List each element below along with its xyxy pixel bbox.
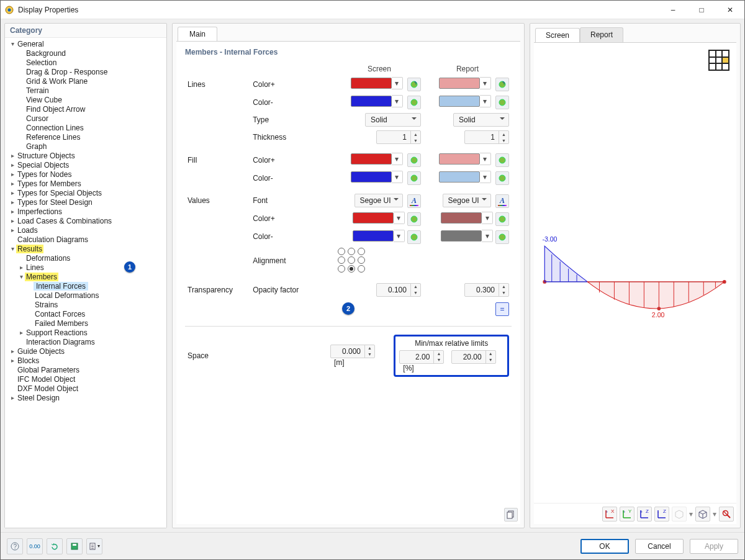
tree-item[interactable]: Graph — [15, 142, 165, 151]
tree-twisty-icon[interactable]: ▾ — [9, 245, 16, 252]
tree-item[interactable]: Connection Lines — [15, 123, 165, 132]
tree-item[interactable]: Drag & Drop - Response — [15, 67, 165, 76]
fill-cm-report-more-icon[interactable] — [495, 171, 509, 185]
sync-columns-button[interactable]: = — [495, 302, 509, 316]
values-cp-screen-more-icon[interactable] — [407, 212, 421, 226]
values-cm-screen[interactable]: ▾ — [353, 230, 405, 242]
tree-item[interactable]: ▸Special Objects — [6, 160, 165, 169]
reset-icon[interactable] — [47, 538, 63, 554]
tree-item[interactable]: Contact Forces — [24, 309, 165, 318]
limit-max[interactable]: 20.00▲▼ — [451, 350, 496, 364]
tree-twisty-icon[interactable]: ▸ — [9, 394, 16, 401]
tree-item[interactable]: IFC Model Object — [6, 374, 165, 384]
lines-cp-screen-more-icon[interactable] — [407, 78, 421, 91]
font-style-screen-icon[interactable]: A — [407, 194, 421, 208]
tree-item[interactable]: Calculation Diagrams — [6, 235, 165, 244]
tree-item[interactable]: Interaction Diagrams — [15, 337, 165, 346]
reset-zoom-icon[interactable] — [719, 507, 734, 522]
fill-cp-screen-more-icon[interactable] — [407, 153, 421, 167]
tree-item[interactable]: ▸Load Cases & Combinations — [6, 216, 165, 225]
tree-twisty-icon[interactable]: ▸ — [9, 227, 16, 233]
space-value[interactable]: 0.000▲▼ — [330, 345, 375, 358]
lines-thickness-report[interactable]: 1▲▼ — [464, 130, 509, 144]
tree-item[interactable]: ▸Loads — [6, 225, 165, 235]
tree-item[interactable]: Global Parameters — [6, 365, 165, 374]
lines-color-minus-report[interactable]: ▾ — [439, 95, 491, 107]
fill-cp-report-more-icon[interactable] — [495, 153, 509, 167]
values-cm-report-more-icon[interactable] — [495, 230, 509, 244]
tree-twisty-icon[interactable]: ▸ — [9, 152, 16, 159]
tree-item[interactable]: Grid & Work Plane — [15, 76, 165, 86]
font-style-report-icon[interactable]: A — [495, 194, 509, 208]
fill-color-minus-report[interactable]: ▾ — [439, 171, 491, 183]
tree-item[interactable]: ▾Results — [6, 244, 165, 253]
opacity-report[interactable]: 0.300▲▼ — [464, 283, 509, 297]
tree-twisty-icon[interactable]: ▸ — [9, 348, 16, 355]
tree-twisty-icon[interactable]: ▸ — [17, 329, 25, 336]
tree-item[interactable]: Strains — [24, 300, 165, 309]
help-icon[interactable]: ? — [7, 538, 23, 554]
tree-item[interactable]: DXF Model Object — [6, 384, 165, 393]
maximize-button[interactable]: □ — [687, 1, 716, 19]
view-plus-y-icon[interactable]: +Y — [620, 507, 634, 522]
values-cp-screen[interactable]: ▾ — [353, 212, 405, 224]
tree-item[interactable]: Failed Members — [24, 318, 165, 328]
wireframe-view-icon[interactable] — [695, 507, 710, 522]
fill-cm-screen-more-icon[interactable] — [407, 171, 421, 185]
minimize-button[interactable]: – — [659, 1, 687, 19]
tree-twisty-icon[interactable]: ▾ — [9, 40, 16, 47]
lines-thickness-screen[interactable]: 1▲▼ — [376, 130, 421, 144]
tree-item[interactable]: Selection — [15, 58, 165, 67]
fill-color-plus-screen[interactable]: ▾ — [351, 153, 403, 165]
fill-color-plus-report[interactable]: ▾ — [439, 153, 491, 165]
opacity-screen[interactable]: 0.100▲▼ — [376, 283, 421, 297]
lines-cm-report-more-icon[interactable] — [495, 96, 509, 109]
tree-item[interactable]: Terrain — [15, 86, 165, 95]
values-cm-screen-more-icon[interactable] — [407, 230, 421, 244]
tree-item[interactable]: Find Object Arrow — [15, 104, 165, 114]
values-cm-report[interactable]: ▾ — [441, 230, 493, 242]
close-button[interactable]: ✕ — [716, 1, 744, 19]
view-minus-z-icon[interactable]: -Z — [654, 507, 669, 522]
copy-settings-icon[interactable] — [504, 508, 518, 522]
tree-twisty-icon[interactable]: ▸ — [9, 180, 16, 187]
tree-twisty-icon[interactable]: ▸ — [9, 161, 16, 168]
tree-item[interactable]: Local Deformations — [24, 291, 165, 300]
tree-item[interactable]: Background — [15, 48, 165, 58]
tree-item[interactable]: ▸Imperfections — [6, 207, 165, 216]
tree-twisty-icon[interactable]: ▸ — [9, 357, 16, 364]
category-tree[interactable]: ▾GeneralBackgroundSelectionDrag & Drop -… — [5, 38, 166, 528]
tree-item[interactable]: ▸Guide Objects — [6, 346, 165, 356]
lines-type-screen[interactable]: Solid — [365, 113, 421, 127]
tree-twisty-icon[interactable]: ▸ — [9, 199, 16, 205]
lines-cp-report-more-icon[interactable] — [495, 78, 509, 91]
lines-color-minus-screen[interactable]: ▾ — [351, 95, 403, 107]
values-font-screen[interactable]: Segoe UI — [354, 194, 403, 207]
export-list-icon[interactable]: ▾ — [86, 538, 102, 554]
tree-item[interactable]: Deformations — [15, 253, 165, 263]
tree-item[interactable]: ▸Support Reactions — [15, 328, 165, 337]
apply-button[interactable]: Apply — [690, 539, 738, 554]
values-cp-report[interactable]: ▾ — [441, 212, 493, 224]
ok-button[interactable]: OK — [580, 539, 629, 554]
cancel-button[interactable]: Cancel — [635, 539, 684, 554]
fill-color-minus-screen[interactable]: ▾ — [351, 171, 403, 183]
tree-item[interactable]: ▸Blocks — [6, 356, 165, 365]
tree-item[interactable]: ▸Structure Objects — [6, 151, 165, 160]
view-plus-z-icon[interactable]: +Z — [637, 507, 652, 522]
tree-item[interactable]: ▸Types for Nodes — [6, 169, 165, 179]
lines-color-plus-screen[interactable]: ▾ — [351, 77, 403, 89]
tree-item[interactable]: ▸Steel Design — [6, 393, 165, 402]
limit-min[interactable]: 2.00▲▼ — [399, 350, 444, 364]
tree-item[interactable]: ▾Members — [15, 272, 165, 281]
preview-tab-screen[interactable]: Screen — [535, 28, 580, 43]
tree-item[interactable]: ▸Lines1 — [15, 263, 165, 272]
view-plus-x-icon[interactable]: +X — [602, 507, 617, 522]
tree-item[interactable]: ▾General — [6, 39, 165, 48]
tree-item[interactable]: View Cube — [15, 95, 165, 104]
view-cube-icon[interactable] — [707, 48, 731, 73]
tree-twisty-icon[interactable]: ▸ — [9, 171, 16, 178]
units-icon[interactable]: 0.00 — [27, 538, 43, 554]
tree-twisty-icon[interactable]: ▸ — [9, 208, 16, 215]
tree-twisty-icon[interactable]: ▾ — [17, 273, 25, 280]
